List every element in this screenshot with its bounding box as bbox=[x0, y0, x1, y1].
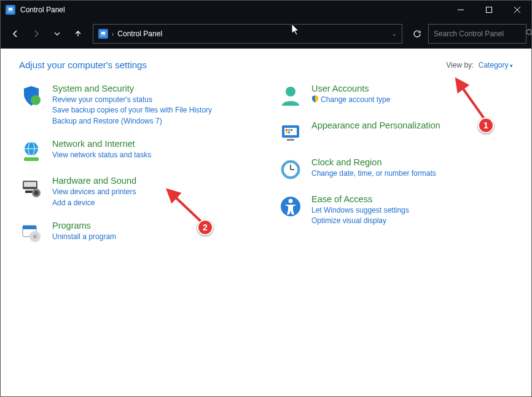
view-by-label: View by: bbox=[446, 61, 474, 69]
category-clock-region: Clock and Region Change date, time, or n… bbox=[278, 157, 513, 182]
user-accounts-link[interactable]: User Accounts bbox=[311, 84, 513, 93]
appearance-icon bbox=[278, 120, 303, 145]
change-account-type-text: Change account type bbox=[321, 95, 390, 104]
control-panel-path-icon bbox=[98, 29, 108, 39]
system-security-link[interactable]: System and Security bbox=[52, 84, 254, 93]
annotation-badge-2: 2 bbox=[197, 219, 213, 235]
search-box[interactable] bbox=[428, 24, 526, 44]
network-status-link[interactable]: View network status and tasks bbox=[52, 150, 254, 160]
svg-rect-31 bbox=[288, 132, 290, 133]
maximize-button[interactable] bbox=[475, 1, 503, 19]
window-title: Control Panel bbox=[20, 6, 447, 14]
system-security-icon bbox=[19, 84, 44, 108]
optimize-display-link[interactable]: Optimize visual display bbox=[311, 216, 513, 226]
content-area: Adjust your computer's settings View by:… bbox=[1, 49, 531, 396]
page-heading: Adjust your computer's settings bbox=[19, 60, 147, 70]
backup-restore-link[interactable]: Backup and Restore (Windows 7) bbox=[52, 116, 254, 127]
chevron-right-icon: › bbox=[112, 31, 114, 37]
svg-rect-30 bbox=[286, 132, 288, 133]
window-controls bbox=[447, 1, 531, 19]
up-button[interactable] bbox=[68, 24, 88, 44]
svg-rect-28 bbox=[288, 129, 290, 131]
svg-point-39 bbox=[289, 199, 293, 203]
address-text: Control Panel bbox=[117, 29, 388, 38]
ease-of-access-link[interactable]: Ease of Access bbox=[311, 194, 513, 204]
hardware-sound-link[interactable]: Hardware and Sound bbox=[52, 176, 254, 186]
address-dropdown-icon[interactable]: ⌄ bbox=[392, 31, 397, 37]
network-internet-link[interactable]: Network and Internet bbox=[52, 139, 254, 149]
category-network-internet: Network and Internet View network status… bbox=[19, 139, 254, 163]
svg-rect-14 bbox=[24, 157, 39, 161]
network-internet-icon bbox=[19, 139, 44, 163]
view-by: View by: Category bbox=[446, 61, 513, 69]
right-column: User Accounts Change account type Appear… bbox=[278, 84, 513, 257]
change-account-type-link[interactable]: Change account type bbox=[311, 95, 513, 105]
address-bar[interactable]: › Control Panel ⌄ bbox=[93, 24, 402, 44]
uninstall-program-link[interactable]: Uninstall a program bbox=[52, 232, 254, 242]
view-by-dropdown[interactable]: Category bbox=[476, 61, 513, 69]
titlebar: Control Panel bbox=[1, 1, 531, 19]
category-hardware-sound: Hardware and Sound View devices and prin… bbox=[19, 176, 254, 208]
clock-region-link[interactable]: Clock and Region bbox=[311, 157, 513, 167]
add-device-link[interactable]: Add a device bbox=[52, 198, 254, 208]
ease-of-access-icon bbox=[278, 194, 303, 219]
svg-rect-32 bbox=[287, 139, 294, 141]
category-ease-of-access: Ease of Access Let Windows suggest setti… bbox=[278, 194, 513, 227]
control-panel-icon bbox=[6, 5, 15, 15]
minimize-button[interactable] bbox=[447, 1, 475, 19]
page-heading-row: Adjust your computer's settings View by:… bbox=[19, 60, 513, 70]
category-system-security: System and Security Review your computer… bbox=[19, 84, 254, 127]
svg-rect-1 bbox=[9, 8, 12, 10]
svg-point-8 bbox=[526, 29, 531, 34]
review-status-link[interactable]: Review your computer's status bbox=[52, 95, 254, 105]
programs-icon bbox=[19, 221, 44, 245]
svg-rect-21 bbox=[23, 226, 36, 229]
back-button[interactable] bbox=[6, 24, 25, 44]
hardware-sound-icon bbox=[19, 176, 44, 200]
forward-button[interactable] bbox=[26, 24, 46, 44]
svg-point-19 bbox=[34, 191, 39, 195]
refresh-button[interactable] bbox=[407, 24, 427, 44]
svg-point-24 bbox=[286, 87, 295, 96]
recent-dropdown[interactable] bbox=[47, 24, 67, 44]
search-icon[interactable] bbox=[526, 29, 532, 39]
category-programs: Programs Uninstall a program bbox=[19, 221, 254, 245]
uac-shield-icon bbox=[311, 95, 319, 103]
svg-rect-16 bbox=[24, 182, 36, 187]
category-user-accounts: User Accounts Change account type bbox=[278, 84, 513, 108]
search-input[interactable] bbox=[434, 29, 526, 38]
user-accounts-icon bbox=[278, 84, 303, 108]
left-column: System and Security Review your computer… bbox=[19, 84, 254, 257]
svg-rect-29 bbox=[291, 129, 292, 131]
annotation-badge-1: 1 bbox=[478, 117, 494, 133]
svg-rect-7 bbox=[101, 32, 105, 34]
svg-rect-27 bbox=[286, 129, 288, 131]
file-history-link[interactable]: Save backup copies of your files with Fi… bbox=[52, 105, 254, 116]
change-date-time-link[interactable]: Change date, time, or number formats bbox=[311, 168, 513, 179]
toolbar: › Control Panel ⌄ bbox=[1, 19, 531, 49]
close-button[interactable] bbox=[503, 1, 531, 19]
clock-region-icon bbox=[278, 157, 303, 182]
svg-rect-3 bbox=[487, 7, 492, 13]
devices-printers-link[interactable]: View devices and printers bbox=[52, 187, 254, 197]
svg-point-10 bbox=[31, 95, 41, 105]
suggest-settings-link[interactable]: Let Windows suggest settings bbox=[311, 205, 513, 216]
programs-link[interactable]: Programs bbox=[52, 221, 254, 230]
svg-point-23 bbox=[33, 235, 37, 238]
